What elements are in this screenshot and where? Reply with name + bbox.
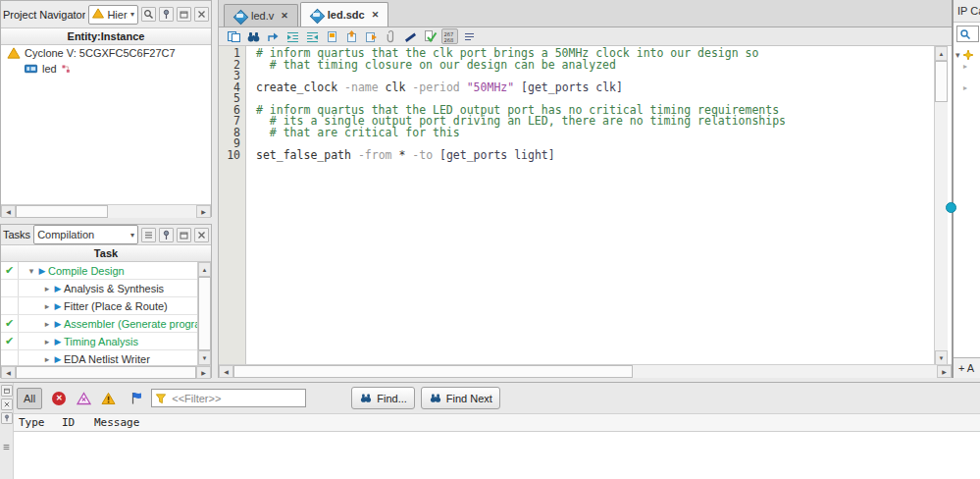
indent-button[interactable]: [284, 28, 301, 44]
task-label: Compile Design: [48, 265, 125, 277]
pin-icon[interactable]: [159, 228, 174, 242]
task-row[interactable]: ▸▶Analysis & Synthesis: [1, 280, 198, 297]
project-navigator-titlebar: Project Navigator Hierarchy ▾: [1, 1, 211, 28]
tasks-hscrollbar[interactable]: ◀ ▶: [1, 365, 211, 379]
expand-caret-icon[interactable]: ▸: [42, 337, 52, 346]
scroll-right-icon[interactable]: ▶: [196, 205, 211, 218]
entity-instance-header[interactable]: Entity:Instance: [1, 28, 211, 45]
expand-caret-icon[interactable]: ▸: [42, 301, 52, 311]
tree-item-label: led: [42, 63, 57, 75]
attach-icon: [384, 29, 398, 44]
float-icon[interactable]: [1, 385, 13, 397]
scroll-left-icon[interactable]: ◀: [1, 205, 16, 218]
task-row[interactable]: ✔▸▶Timing Analysis: [1, 333, 198, 350]
scroll-thumb[interactable]: [198, 277, 211, 350]
errors-filter-button[interactable]: ✕: [51, 391, 67, 405]
hierarchy-tree-item[interactable]: Cyclone V: 5CGXFC5C6F27C7: [1, 45, 211, 61]
float-icon[interactable]: [177, 228, 191, 242]
comment-button[interactable]: [402, 28, 419, 44]
close-icon[interactable]: [194, 7, 209, 22]
bookmark-button[interactable]: [324, 28, 340, 44]
expand-caret-icon[interactable]: ▸: [955, 62, 980, 83]
tab-label: led.sdc: [328, 9, 365, 21]
tab-led-sdc[interactable]: led.sdc ✕: [300, 2, 388, 27]
close-tab-icon[interactable]: ✕: [372, 10, 380, 20]
outdent-button[interactable]: [304, 28, 321, 44]
tab-led-v[interactable]: led.v ✕: [224, 4, 298, 27]
expand-caret-icon[interactable]: ▸: [42, 354, 52, 364]
close-tab-icon[interactable]: ✕: [281, 11, 288, 21]
all-messages-button[interactable]: All: [17, 388, 42, 409]
warnings-filter-button[interactable]: [100, 391, 116, 405]
navigator-hscrollbar[interactable]: ◀ ▶: [1, 204, 211, 218]
ip-add-button[interactable]: + A: [954, 357, 980, 378]
bookmark-up-button[interactable]: [343, 28, 360, 44]
messages-list[interactable]: [13, 432, 980, 479]
goto-button[interactable]: [265, 28, 282, 44]
expand-caret-icon[interactable]: ▾: [26, 266, 36, 276]
scroll-left-icon[interactable]: ◀: [1, 366, 16, 379]
find-next-button[interactable]: Find Next: [421, 387, 500, 409]
critical-warnings-filter-button[interactable]: [76, 391, 91, 405]
close-icon[interactable]: [1, 399, 13, 410]
editor-hscrollbar[interactable]: ◀ ▶: [219, 364, 952, 378]
scroll-thumb[interactable]: [935, 61, 948, 102]
task-row[interactable]: ▸▶Fitter (Place & Route): [1, 297, 198, 315]
scroll-left-icon[interactable]: ◀: [219, 365, 233, 378]
task-row[interactable]: ▸▶EDA Netlist Writer: [1, 350, 198, 365]
message-filter-field[interactable]: [151, 389, 306, 407]
find-button[interactable]: Find...: [351, 387, 415, 409]
whitespace-button[interactable]: [461, 28, 478, 44]
expand-caret-icon[interactable]: ▸: [42, 284, 52, 293]
flagged-messages-button[interactable]: [129, 391, 144, 405]
search-icon[interactable]: [141, 7, 156, 22]
expand-caret-icon[interactable]: ▾: [955, 50, 960, 60]
scroll-thumb[interactable]: [16, 366, 196, 379]
expand-caret-icon[interactable]: ▸: [42, 319, 52, 329]
scroll-thumb[interactable]: [233, 365, 633, 378]
scroll-thumb[interactable]: [16, 205, 108, 218]
close-icon[interactable]: [194, 228, 209, 242]
tasks-vscrollbar[interactable]: ▲ ▼: [197, 262, 211, 365]
code-area[interactable]: 12345678910 # inform quartus that the cl…: [219, 46, 952, 365]
task-column-header[interactable]: Task: [1, 245, 211, 262]
ip-catalog-tree[interactable]: ▾ ▸ ▸: [954, 44, 980, 105]
task-row[interactable]: ✔▾▶Compile Design: [1, 262, 198, 280]
quartus-window: Project Navigator Hierarchy ▾ Entity:Ins…: [0, 0, 980, 479]
find-button[interactable]: [245, 28, 262, 44]
attach-button[interactable]: [383, 28, 399, 44]
code-text[interactable]: # inform quartus that the clk port bring…: [246, 46, 952, 365]
menu-icon[interactable]: [141, 228, 156, 242]
scroll-down-icon[interactable]: ▼: [935, 350, 948, 365]
column-type[interactable]: Type: [13, 416, 62, 429]
task-label: EDA Netlist Writer: [64, 353, 150, 365]
navigator-view-selector[interactable]: Hierarchy ▾: [88, 5, 138, 25]
splitter-handle[interactable]: [946, 202, 956, 213]
scroll-up-icon[interactable]: ▲: [935, 46, 948, 61]
scroll-right-icon[interactable]: ▶: [196, 366, 211, 379]
compare-editor-button[interactable]: [226, 28, 242, 44]
ip-search-input[interactable]: [956, 26, 979, 42]
run-task-icon: ▶: [52, 284, 64, 293]
pin-icon[interactable]: [159, 7, 174, 22]
flow-selector[interactable]: Compilation ▾: [33, 225, 138, 244]
bookmark-jump-button[interactable]: [363, 28, 380, 44]
line-numbers-button[interactable]: 267268: [441, 28, 458, 44]
menu-icon[interactable]: [2, 442, 11, 453]
scroll-down-icon[interactable]: ▼: [198, 350, 211, 365]
messages-column-headers[interactable]: Type ID Message: [13, 413, 980, 432]
column-message[interactable]: Message: [94, 416, 139, 429]
task-row[interactable]: ✔▸▶Assembler (Generate programm: [1, 315, 198, 333]
float-icon[interactable]: [177, 7, 191, 22]
installed-ip-icon: [962, 49, 974, 61]
expand-caret-icon[interactable]: ▸: [955, 83, 980, 105]
scroll-right-icon[interactable]: ▶: [937, 365, 952, 378]
hierarchy-tree-item[interactable]: led: [1, 61, 211, 77]
check-syntax-button[interactable]: [422, 28, 438, 44]
scroll-up-icon[interactable]: ▲: [198, 262, 211, 277]
filter-input[interactable]: [170, 392, 302, 405]
run-task-icon: ▶: [52, 301, 64, 311]
column-id[interactable]: ID: [62, 416, 94, 429]
pin-icon[interactable]: [1, 412, 13, 424]
ip-catalog-panel: IP Ca ▾ ▸ ▸ + A: [953, 0, 980, 378]
